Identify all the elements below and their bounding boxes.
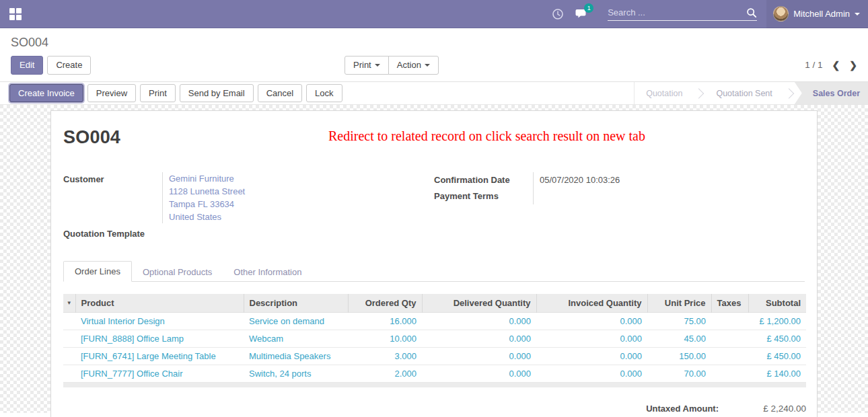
cell-delivered-qty[interactable]: 0.000 (422, 312, 536, 330)
col-invoiced-quantity[interactable]: Invoiced Quantity (536, 294, 647, 312)
payment-terms-value (533, 188, 805, 204)
confirmation-date-label: Confirmation Date (434, 172, 533, 188)
cell-product[interactable]: [FURN_8888] Office Lamp (75, 330, 244, 347)
col-ordered-qty[interactable]: Ordered Qty (348, 294, 422, 312)
untaxed-amount-label: Untaxed Amount: (646, 404, 719, 414)
global-search (608, 7, 757, 21)
edit-button[interactable]: Edit (11, 56, 43, 75)
stage-quotation-sent[interactable]: Quotation Sent (704, 82, 783, 104)
user-name: Mitchell Admin (793, 9, 850, 19)
stage-arrow-icon (694, 82, 704, 104)
untaxed-amount-value: £ 2,240.00 (719, 404, 806, 414)
messages-icon[interactable]: 1 (570, 0, 594, 28)
tab-other-information[interactable]: Other Information (223, 262, 312, 282)
table-row[interactable]: [FURN_8888] Office Lamp Webcam 10.000 0.… (63, 330, 806, 347)
preview-button[interactable]: Preview (87, 84, 136, 102)
cell-unit-price[interactable]: 70.00 (647, 365, 711, 382)
cancel-button[interactable]: Cancel (258, 84, 302, 102)
cell-delivered-qty[interactable]: 0.000 (422, 330, 536, 347)
cell-invoiced-qty[interactable]: 0.000 (536, 330, 647, 347)
create-invoice-button[interactable]: Create Invoice (9, 84, 83, 102)
tab-order-lines[interactable]: Order Lines (63, 261, 132, 282)
col-subtotal[interactable]: Subtotal (748, 294, 806, 312)
col-taxes[interactable]: Taxes (711, 294, 748, 312)
cell-subtotal[interactable]: £ 450.00 (748, 330, 806, 347)
cell-invoiced-qty[interactable]: 0.000 (536, 365, 647, 382)
cell-delivered-qty[interactable]: 0.000 (422, 347, 536, 365)
cell-ordered-qty[interactable]: 16.000 (348, 312, 422, 330)
cell-product[interactable]: [FURN_7777] Office Chair (75, 365, 244, 382)
cell-subtotal[interactable]: £ 450.00 (748, 347, 806, 365)
stage-quotation[interactable]: Quotation (635, 82, 694, 104)
confirmation-date-value: 05/07/2020 10:03:26 (533, 172, 805, 188)
control-panel: SO004 Edit Create Print Action 1 / 1 ❮ ❯ (0, 28, 868, 82)
cell-product[interactable]: [FURN_6741] Large Meeting Table (75, 347, 244, 365)
stage-sales-order[interactable]: Sales Order (795, 82, 868, 104)
cell-invoiced-qty[interactable]: 0.000 (536, 312, 647, 330)
statusbar: Create Invoice Preview Print Send by Ema… (0, 82, 868, 105)
send-by-email-button[interactable]: Send by Email (180, 84, 254, 102)
table-row[interactable]: [FURN_6741] Large Meeting Table Multimed… (63, 347, 806, 365)
chevron-down-icon (855, 13, 860, 15)
cell-description[interactable]: Multimedia Speakers (244, 347, 348, 365)
status-pipeline: Quotation Quotation Sent Sales Order (634, 82, 868, 104)
user-menu[interactable]: Mitchell Admin (766, 0, 868, 28)
breadcrumb[interactable]: SO004 (11, 34, 857, 50)
cell-taxes[interactable] (711, 312, 748, 330)
cell-unit-price[interactable]: 150.00 (647, 347, 711, 365)
column-toggle-icon[interactable]: ▼ (63, 294, 75, 312)
cell-delivered-qty[interactable]: 0.000 (422, 365, 536, 382)
quotation-template-value (162, 227, 434, 240)
col-delivered-quantity[interactable]: Delivered Quantity (422, 294, 536, 312)
cell-description[interactable]: Service on demand (244, 312, 348, 330)
cell-product[interactable]: Virtual Interior Design (75, 312, 244, 330)
activities-clock-icon[interactable] (546, 0, 570, 28)
notebook-tabs: Order Lines Optional Products Other Info… (63, 260, 805, 282)
customer-name-link[interactable]: Gemini Furniture (169, 172, 434, 185)
customer-country[interactable]: United States (169, 211, 434, 223)
cell-invoiced-qty[interactable]: 0.000 (536, 347, 647, 365)
cell-description[interactable]: Switch, 24 ports (244, 365, 348, 382)
top-navbar: 1 Mitchell Admin (0, 0, 868, 28)
pager-previous-icon[interactable]: ❮ (832, 60, 840, 71)
lock-button[interactable]: Lock (306, 84, 342, 102)
order-lines-table: ▼ Product Description Ordered Qty Delive… (63, 294, 805, 387)
chevron-down-icon (375, 64, 380, 67)
cell-description[interactable]: Webcam (244, 330, 348, 347)
apps-menu-icon[interactable] (0, 0, 31, 28)
cell-taxes[interactable] (711, 347, 748, 365)
cell-unit-price[interactable]: 75.00 (647, 312, 711, 330)
tab-optional-products[interactable]: Optional Products (132, 262, 223, 282)
totals-block: Untaxed Amount: £ 2,240.00 (63, 404, 806, 417)
col-unit-price[interactable]: Unit Price (647, 294, 711, 312)
table-header-row: ▼ Product Description Ordered Qty Delive… (63, 294, 806, 312)
print-dropdown-button[interactable]: Print (345, 56, 389, 75)
cell-unit-price[interactable]: 45.00 (647, 330, 711, 347)
chevron-down-icon (425, 64, 430, 67)
create-button[interactable]: Create (47, 56, 91, 75)
customer-city[interactable]: Tampa FL 33634 (169, 198, 434, 211)
cell-taxes[interactable] (711, 365, 748, 382)
pager: 1 / 1 ❮ ❯ (805, 60, 857, 71)
pager-next-icon[interactable]: ❯ (849, 60, 857, 71)
field-group-left: Customer Gemini Furniture 1128 Lunetta S… (63, 172, 434, 240)
cell-ordered-qty[interactable]: 3.000 (348, 347, 422, 365)
sales-order-sheet: SO004 Redirect to related record on clic… (50, 110, 818, 417)
quotation-template-label: Quotation Template (63, 227, 162, 240)
annotation-text: Redirect to related record on click sear… (328, 128, 645, 144)
cell-subtotal[interactable]: £ 1,200.00 (748, 312, 806, 330)
customer-street[interactable]: 1128 Lunetta Street (169, 185, 434, 198)
col-description[interactable]: Description (244, 294, 348, 312)
col-product[interactable]: Product (75, 294, 244, 312)
print-button[interactable]: Print (140, 84, 176, 102)
table-footer (63, 383, 806, 387)
search-input[interactable] (608, 7, 746, 17)
cell-subtotal[interactable]: £ 140.00 (748, 365, 806, 382)
table-row[interactable]: [FURN_7777] Office Chair Switch, 24 port… (63, 365, 806, 382)
action-dropdown-button[interactable]: Action (388, 56, 439, 75)
table-row[interactable]: Virtual Interior Design Service on deman… (63, 312, 806, 330)
cell-taxes[interactable] (711, 330, 748, 347)
search-icon[interactable] (746, 7, 757, 18)
cell-ordered-qty[interactable]: 2.000 (348, 365, 422, 382)
cell-ordered-qty[interactable]: 10.000 (348, 330, 422, 347)
